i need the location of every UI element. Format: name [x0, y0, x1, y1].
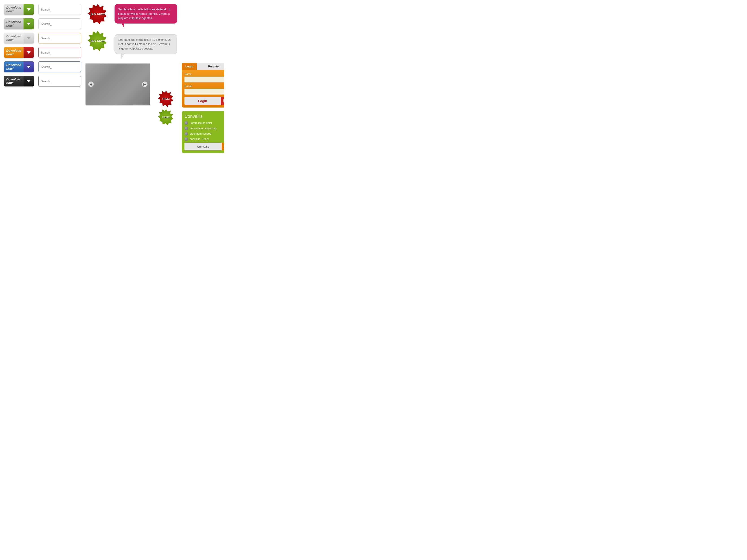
search-input-6[interactable]: [38, 76, 81, 86]
download-button-1-icon: [24, 4, 34, 15]
download-button-2-icon: [24, 18, 34, 29]
top-right-area: BUY NOW! BUY NOW! Sed faucibus mollis te…: [85, 4, 224, 58]
login-submit-arrow-icon: [221, 97, 224, 105]
search-icon-2: 🔍: [81, 21, 81, 26]
search-button-1[interactable]: 🔍: [81, 4, 81, 15]
slideshow-container: ◀ ▶: [85, 63, 150, 153]
login-form: Login Register Name E-mail Login: [182, 63, 224, 108]
radio-icon-3[interactable]: [184, 132, 188, 135]
download-button-6-label: Download now!: [4, 76, 24, 86]
convallis-item-2-text: consectetur adipiscing: [190, 127, 216, 130]
search-icon-4: 🔍: [81, 50, 81, 55]
download-button-5-icon: [24, 61, 34, 72]
search-icon-6: 🔍: [81, 79, 81, 84]
slideshow-next-button[interactable]: ▶: [142, 82, 148, 87]
search-bar-6: 🔍: [38, 76, 81, 86]
bottom-widgets: Login Register Name E-mail Login: [182, 63, 224, 153]
search-icon-5: 🔍: [81, 64, 81, 69]
download-button-1[interactable]: Download now!: [4, 4, 34, 15]
arrow-down-icon-5: [27, 65, 31, 68]
tab-register[interactable]: Register: [197, 63, 224, 70]
convallis-button-arrow-icon: [222, 143, 224, 150]
speech-bubble-gray: Sed faucibus mollis tellus eu eleifend. …: [114, 34, 177, 54]
search-button-3[interactable]: 🔍: [81, 33, 81, 43]
chevron-right-icon: ▶: [144, 82, 146, 86]
login-tabs: Login Register: [182, 63, 224, 70]
download-button-6[interactable]: Download now!: [4, 76, 34, 86]
search-input-5[interactable]: [38, 61, 81, 72]
arrow-down-icon-6: [27, 80, 31, 82]
free-badge-green-label: FREE!: [162, 116, 170, 118]
radio-icon-4[interactable]: [184, 137, 188, 141]
buy-badges-column: BUY NOW! BUY NOW!: [85, 4, 110, 58]
search-bar-2: 🔍: [38, 18, 81, 29]
convallis-title: Convallis: [184, 114, 224, 119]
name-input[interactable]: [184, 77, 224, 82]
arrow-down-icon: [27, 8, 31, 11]
speech-bubble-pink: Sed faucibus mollis tellus eu eleifend. …: [114, 4, 177, 24]
speech-bubble-gray-text: Sed faucibus mollis tellus eu eleifend. …: [118, 38, 171, 50]
search-bar-5: 🔍: [38, 61, 81, 72]
bottom-right-area: ◀ ▶ FREE! FREE!: [85, 63, 224, 153]
convallis-button-label: Convallis: [184, 143, 222, 150]
right-section: BUY NOW! BUY NOW! Sed faucibus mollis te…: [85, 4, 224, 153]
arrow-right-icon: [224, 99, 224, 102]
convallis-item-4: convallis. Donec: [184, 137, 224, 141]
convallis-button[interactable]: Convallis: [184, 143, 224, 150]
download-buttons-column: Download now! Download now! Download now…: [4, 4, 34, 86]
free-badge-red-label: FREE!: [162, 98, 170, 100]
buy-now-badge-green-label: BUY NOW!: [91, 39, 105, 43]
download-button-4-icon: [24, 47, 34, 58]
convallis-item-2: consectetur adipiscing: [184, 127, 224, 130]
arrow-down-outline-icon: [27, 37, 31, 39]
search-button-4[interactable]: 🔍: [81, 47, 81, 58]
download-button-4[interactable]: Download now!: [4, 47, 34, 58]
search-icon-1: 🔍: [81, 7, 81, 12]
convallis-item-4-text: convallis. Donec: [190, 137, 209, 141]
convallis-item-1-text: Lorem ipsum dolor: [190, 122, 212, 125]
search-button-5[interactable]: 🔍: [81, 61, 81, 72]
search-bar-1: 🔍: [38, 4, 81, 15]
search-bars-column: 🔍 🔍 🔍 🔍 🔍: [38, 4, 81, 86]
search-button-2[interactable]: 🔍: [81, 19, 81, 29]
arrow-down-icon-4: [27, 51, 31, 54]
download-button-2[interactable]: Download now!: [4, 18, 34, 29]
search-bar-3: 🔍: [38, 33, 81, 44]
search-input-4[interactable]: [38, 47, 81, 58]
download-button-3-label: Download now!: [4, 33, 24, 44]
login-submit-button[interactable]: Login: [184, 97, 224, 105]
email-label: E-mail: [184, 85, 224, 88]
free-badges-column: FREE! FREE!: [155, 63, 177, 153]
slideshow-prev-button[interactable]: ◀: [88, 82, 94, 87]
convallis-arrow-right-icon: [224, 145, 224, 148]
convallis-item-1: Lorem ipsum dolor: [184, 121, 224, 125]
search-bar-4: 🔍: [38, 47, 81, 58]
tab-login[interactable]: Login: [182, 63, 197, 70]
tab-register-label: Register: [208, 65, 220, 68]
download-button-1-label: Download now!: [4, 4, 24, 15]
login-form-body: Name E-mail Login: [182, 70, 224, 108]
search-icon-3: 🔍: [81, 36, 81, 41]
convallis-item-3-text: bibendum congue: [190, 132, 211, 135]
email-input[interactable]: [184, 89, 224, 95]
login-submit-label: Login: [184, 97, 221, 105]
search-button-6[interactable]: 🔍: [81, 76, 81, 86]
download-button-2-label: Download now!: [4, 18, 24, 29]
search-input-3[interactable]: [38, 33, 81, 43]
radio-icon-1[interactable]: [184, 121, 188, 125]
download-button-4-label: Download now!: [4, 47, 24, 58]
free-badge-green[interactable]: FREE!: [158, 109, 174, 125]
convallis-widget: Convallis Lorem ipsum dolor consectetur …: [182, 111, 224, 153]
chevron-left-icon: ◀: [89, 82, 92, 86]
buy-now-badge-green[interactable]: BUY NOW!: [87, 31, 108, 51]
download-button-3[interactable]: Download now!: [4, 33, 34, 44]
search-input-2[interactable]: [38, 19, 81, 29]
arrow-down-icon-2: [27, 23, 31, 25]
download-button-5[interactable]: Download now!: [4, 61, 34, 72]
free-badge-red[interactable]: FREE!: [158, 91, 174, 107]
radio-icon-2[interactable]: [184, 127, 188, 130]
speech-bubbles-column: Sed faucibus mollis tellus eu eleifend. …: [114, 4, 224, 58]
search-input-1[interactable]: [38, 4, 81, 15]
buy-now-badge-red[interactable]: BUY NOW!: [87, 4, 108, 24]
convallis-item-3: bibendum congue: [184, 132, 224, 135]
